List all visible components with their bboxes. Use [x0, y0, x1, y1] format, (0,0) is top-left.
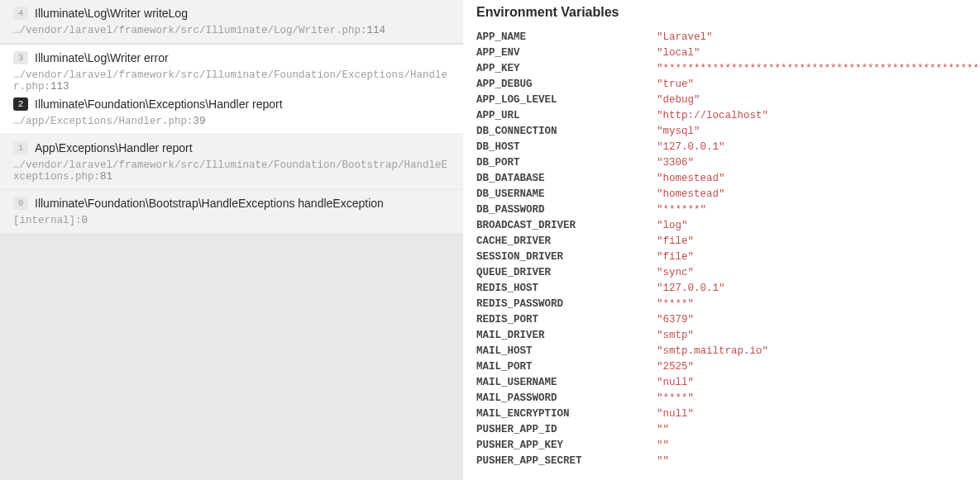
env-row: MAIL_PORT"2525"	[476, 359, 967, 375]
env-row: MAIL_ENCRYPTION"null"	[476, 406, 967, 422]
env-row: DB_HOST"127.0.0.1"	[476, 140, 967, 155]
env-row: APP_KEY"********************************…	[476, 61, 967, 77]
env-row: DB_DATABASE"homestead"	[476, 171, 967, 187]
env-row: DB_USERNAME"homestead"	[476, 187, 967, 202]
env-row: MAIL_DRIVER"smtp"	[476, 328, 967, 344]
env-key: PUSHER_APP_SECRET	[476, 454, 657, 469]
env-value: "null"	[657, 406, 694, 422]
env-key: CACHE_DRIVER	[476, 234, 657, 250]
env-key: MAIL_PASSWORD	[476, 391, 657, 406]
env-value: "homestead"	[657, 187, 725, 202]
env-row: APP_NAME"Laravel"	[476, 30, 967, 45]
env-key: BROADCAST_DRIVER	[476, 218, 657, 234]
env-row: REDIS_HOST"127.0.0.1"	[476, 281, 967, 297]
env-key: DB_PASSWORD	[476, 202, 657, 218]
env-row: MAIL_PASSWORD"****"	[476, 391, 967, 406]
env-key: DB_PORT	[476, 155, 657, 171]
env-row: MAIL_HOST"smtp.mailtrap.io"	[476, 344, 967, 359]
frame-path: …/app/Exceptions/Handler.php:39	[13, 116, 450, 127]
env-row: APP_ENV"local"	[476, 45, 967, 61]
env-value: "127.0.0.1"	[657, 140, 725, 155]
env-row: APP_LOG_LEVEL"debug"	[476, 93, 967, 108]
env-key: APP_URL	[476, 108, 657, 124]
env-key: MAIL_HOST	[476, 344, 657, 359]
env-row: QUEUE_DRIVER"sync"	[476, 265, 967, 281]
env-value: "Laravel"	[657, 30, 713, 45]
frame-path: [internal]:0	[13, 215, 450, 226]
env-row: DB_CONNECTION"mysql"	[476, 124, 967, 140]
env-key: DB_DATABASE	[476, 171, 657, 187]
env-key: DB_USERNAME	[476, 187, 657, 202]
env-key: MAIL_ENCRYPTION	[476, 406, 657, 422]
env-key: APP_ENV	[476, 45, 657, 61]
env-value: "sync"	[657, 265, 694, 281]
env-value: "127.0.0.1"	[657, 281, 725, 297]
frame-title: Illuminate\Log\Writer error	[35, 51, 169, 64]
stack-frame[interactable]: 0 Illuminate\Foundation\Bootstrap\Handle…	[0, 190, 463, 234]
frame-path: …/vendor/laravel/framework/src/Illuminat…	[13, 159, 450, 183]
env-row: MAIL_USERNAME"null"	[476, 375, 967, 391]
stack-frame[interactable]: 1 App\Exceptions\Handler report …/vendor…	[0, 135, 463, 190]
stack-trace-panel: 4 Illuminate\Log\Writer writeLog …/vendo…	[0, 0, 463, 480]
env-row: APP_DEBUG"true"	[476, 77, 967, 93]
stack-frame[interactable]: 4 Illuminate\Log\Writer writeLog …/vendo…	[0, 0, 463, 44]
env-row: PUSHER_APP_ID""	[476, 422, 967, 438]
frame-number: 0	[13, 197, 28, 210]
env-value: "6379"	[657, 312, 694, 328]
env-key: APP_DEBUG	[476, 77, 657, 93]
env-row: BROADCAST_DRIVER"log"	[476, 218, 967, 234]
env-key: MAIL_USERNAME	[476, 375, 657, 391]
env-value: "3306"	[657, 155, 694, 171]
frame-title: Illuminate\Foundation\Exceptions\Handler…	[35, 97, 283, 111]
env-value: "http://localhost"	[657, 108, 768, 124]
frame-number: 4	[13, 7, 28, 20]
env-key: REDIS_PASSWORD	[476, 297, 657, 312]
env-key: DB_HOST	[476, 140, 657, 155]
env-key: MAIL_PORT	[476, 359, 657, 375]
env-row: PUSHER_APP_KEY""	[476, 438, 967, 454]
env-value: "homestead"	[657, 171, 725, 187]
env-value: "file"	[657, 250, 694, 265]
env-key: PUSHER_APP_KEY	[476, 438, 657, 454]
env-key: APP_LOG_LEVEL	[476, 93, 657, 108]
env-row: PUSHER_APP_SECRET""	[476, 454, 967, 469]
env-title: Environment Variables	[463, 0, 980, 30]
frame-number: 3	[13, 51, 28, 64]
env-row: DB_PORT"3306"	[476, 155, 967, 171]
env-row: CACHE_DRIVER"file"	[476, 234, 967, 250]
env-value: ""	[657, 422, 669, 438]
env-row: REDIS_PASSWORD"****"	[476, 297, 967, 312]
env-key: REDIS_HOST	[476, 281, 657, 297]
env-key: QUEUE_DRIVER	[476, 265, 657, 281]
env-value: "******"	[657, 202, 706, 218]
env-value: ""	[657, 438, 669, 454]
env-value: "smtp"	[657, 328, 694, 344]
env-value: "2525"	[657, 359, 694, 375]
env-key: APP_NAME	[476, 30, 657, 45]
env-row: SESSION_DRIVER"file"	[476, 250, 967, 265]
frame-path: …/vendor/laravel/framework/src/Illuminat…	[13, 25, 450, 36]
env-value: "log"	[657, 218, 688, 234]
env-value: "file"	[657, 234, 694, 250]
env-value: "mysql"	[657, 124, 700, 140]
env-value: "true"	[657, 77, 694, 93]
env-value: ""	[657, 454, 669, 469]
stack-frame[interactable]: 3 Illuminate\Log\Writer error …/vendor/l…	[0, 44, 463, 135]
env-key: PUSHER_APP_ID	[476, 422, 657, 438]
env-value: "local"	[657, 45, 700, 61]
env-value: "smtp.mailtrap.io"	[657, 344, 768, 359]
frame-title: Illuminate\Foundation\Bootstrap\HandleEx…	[35, 197, 384, 210]
env-value: "***************************************…	[657, 61, 980, 77]
env-key: DB_CONNECTION	[476, 124, 657, 140]
frame-title: Illuminate\Log\Writer writeLog	[35, 7, 188, 20]
env-value: "debug"	[657, 93, 700, 108]
frame-path: …/vendor/laravel/framework/src/Illuminat…	[13, 69, 450, 93]
env-row: APP_URL"http://localhost"	[476, 108, 967, 124]
env-row: REDIS_PORT"6379"	[476, 312, 967, 328]
environment-panel: Environment Variables APP_NAME"Laravel"A…	[463, 0, 980, 480]
env-key: MAIL_DRIVER	[476, 328, 657, 344]
env-key: SESSION_DRIVER	[476, 250, 657, 265]
frame-title: App\Exceptions\Handler report	[35, 141, 193, 154]
env-key: APP_KEY	[476, 61, 657, 77]
env-value: "****"	[657, 297, 694, 312]
